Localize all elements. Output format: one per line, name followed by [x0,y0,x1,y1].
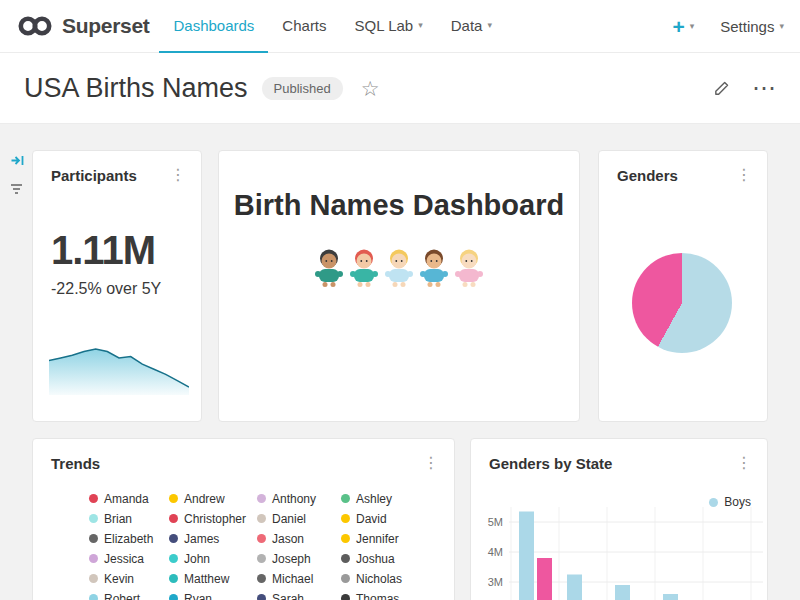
legend-item[interactable]: Anthony [257,492,341,505]
baby-figure [453,248,485,288]
legend-label: Amanda [104,492,149,506]
legend-item[interactable]: Joshua [341,552,433,565]
legend-label: James [184,532,219,546]
card-header: Participants ⋮ [33,151,201,184]
legend-item[interactable]: Joseph [257,552,341,565]
trends-card: Trends ⋮ AmandaAndrewAnthonyAshleyBrianC… [32,438,455,600]
svg-text:3M: 3M [488,576,503,588]
legend-item[interactable]: Christopher [169,512,257,525]
legend-item[interactable]: Jessica [89,552,169,565]
plus-icon: + [672,16,684,37]
legend-label: Ryan [184,592,212,600]
legend-item[interactable]: Sarah [257,592,341,600]
legend-label: Michael [272,572,313,586]
legend-label: Jason [272,532,304,546]
markdown-card: Birth Names Dashboard [218,150,580,422]
nav-item-charts[interactable]: Charts [268,0,340,53]
legend-label: Nicholas [356,572,402,586]
legend-item[interactable]: Nicholas [341,572,433,585]
card-title: Genders [617,167,678,184]
legend-dot [341,514,350,523]
big-number-value: 1.11M [51,228,201,273]
legend-label: Kevin [104,572,134,586]
baby-figure [383,248,415,288]
legend-item[interactable]: Elizabeth [89,532,169,545]
nav-item-dashboards[interactable]: Dashboards [159,0,268,53]
legend-item[interactable]: Thomas [341,592,433,600]
babies-row [219,248,579,288]
legend-item[interactable]: John [169,552,257,565]
favorite-star-icon[interactable]: ☆ [361,78,380,99]
legend-item[interactable]: Matthew [169,572,257,585]
legend-label: Andrew [184,492,225,506]
legend-item[interactable]: Jennifer [341,532,433,545]
legend-item[interactable]: Brian [89,512,169,525]
chevron-down-icon: ▾ [779,22,784,31]
legend-label: Sarah [272,592,304,600]
settings-menu[interactable]: Settings ▾ [720,18,784,35]
nav-item-sql-lab[interactable]: SQL Lab ▾ [341,0,437,53]
legend-dot [257,574,266,583]
edit-pencil-icon[interactable] [713,80,730,97]
legend-item[interactable]: Andrew [169,492,257,505]
card-header: Genders ⋮ [599,151,767,184]
legend-label: John [184,552,210,566]
legend-dot [169,574,178,583]
genders-pie-chart[interactable] [632,253,732,353]
legend-label: Joshua [356,552,395,566]
legend-label: Jessica [104,552,144,566]
legend-dot [89,594,98,600]
filter-icon[interactable] [9,181,24,200]
expand-filter-bar-icon[interactable] [10,153,25,172]
card-header: Trends ⋮ [33,439,454,472]
genders-by-state-bar-chart[interactable]: 5M 4M 3M 2M 1M 0 [475,479,767,600]
legend-dot [257,514,266,523]
nav-label: Charts [282,17,326,34]
status-badge[interactable]: Published [262,77,343,100]
legend-item[interactable]: Kevin [89,572,169,585]
legend-label: Joseph [272,552,311,566]
legend-dot [169,514,178,523]
legend-item[interactable]: Ryan [169,592,257,600]
legend-item[interactable]: Robert [89,592,169,600]
card-title: Trends [51,455,100,472]
kebab-menu-icon[interactable]: ⋮ [418,455,444,471]
chevron-down-icon: ▾ [487,21,492,30]
legend-dot [257,554,266,563]
kebab-menu-icon[interactable]: ⋮ [165,167,191,183]
chevron-down-icon: ▾ [690,22,695,31]
top-navbar: Superset Dashboards Charts SQL Lab ▾ Dat… [0,0,800,53]
kebab-menu-icon[interactable]: ⋮ [731,167,757,183]
nav-item-data[interactable]: Data ▾ [437,0,506,53]
new-item-button[interactable]: + ▾ [672,16,694,37]
legend-item[interactable]: Michael [257,572,341,585]
legend-dot [257,494,266,503]
legend-item[interactable]: Ashley [341,492,433,505]
superset-logo[interactable]: Superset [16,13,149,39]
legend-item[interactable]: Amanda [89,492,169,505]
legend-item[interactable]: David [341,512,433,525]
header-actions: ⋯ [713,80,776,97]
legend-item[interactable]: Jason [257,532,341,545]
legend-item[interactable]: Daniel [257,512,341,525]
kebab-menu-icon[interactable]: ⋮ [731,455,757,471]
legend-label: Elizabeth [104,532,153,546]
legend-dot [341,574,350,583]
nav-label: SQL Lab [355,17,414,34]
participants-card: Participants ⋮ 1.11M -22.5% over 5Y [32,150,202,422]
more-actions-icon[interactable]: ⋯ [752,81,776,95]
legend-label: Jennifer [356,532,399,546]
legend-dot [169,494,178,503]
legend-dot [257,534,266,543]
legend-label: Brian [104,512,132,526]
legend-dot [89,574,98,583]
trends-legend: AmandaAndrewAnthonyAshleyBrianChristophe… [33,492,454,600]
genders-by-state-card: Genders by State ⋮ Boys 5M 4M 3M 2M 1M 0 [470,438,768,600]
genders-card: Genders ⋮ [598,150,768,422]
legend-label: Daniel [272,512,306,526]
nav-right-section: + ▾ Settings ▾ [672,16,784,37]
legend-dot [89,534,98,543]
participants-sparkline-chart[interactable] [49,345,189,395]
legend-item[interactable]: James [169,532,257,545]
markdown-heading: Birth Names Dashboard [219,189,579,222]
